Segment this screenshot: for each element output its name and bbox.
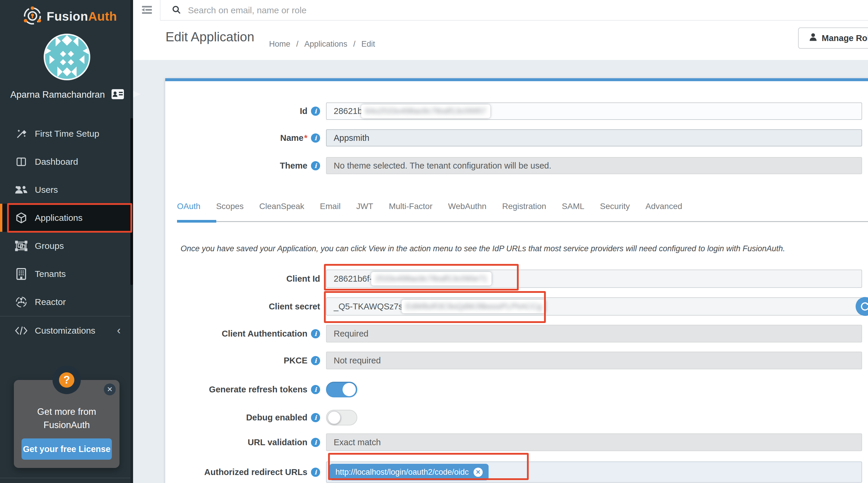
sidebar-item-dashboard[interactable]: Dashboard — [0, 148, 133, 176]
id-field[interactable]: 28621b 64o2533o498ao9c78odf13c09957 — [326, 103, 862, 120]
redirect-url-chip: http://localhost/login/oauth2/code/oidc … — [330, 464, 489, 480]
topbar — [133, 0, 868, 21]
sidebar-item-first-time-setup[interactable]: First Time Setup — [0, 119, 133, 148]
collapse-menu-icon[interactable] — [141, 5, 153, 16]
promo-card: ? ✕ Get more from FusionAuth Get your fr… — [14, 380, 120, 468]
sidebar-scrollbar-thumb[interactable] — [130, 118, 133, 285]
application-form-card: Idi 28621b 64o2533o498ao9c78odf13c09957 … — [165, 78, 868, 483]
breadcrumb-separator: / — [296, 39, 299, 49]
client-authentication-select: Required — [326, 325, 862, 342]
sidebar-item-applications[interactable]: Applications — [0, 204, 133, 232]
page-title: Edit Application — [165, 30, 254, 44]
info-icon[interactable]: i — [311, 329, 320, 338]
users-icon — [15, 184, 28, 195]
sidebar-item-label: Users — [35, 185, 58, 195]
info-icon[interactable]: i — [311, 438, 320, 447]
sidebar-item-reactor[interactable]: Reactor — [0, 288, 133, 316]
info-icon[interactable]: i — [311, 413, 320, 422]
redaction-overlay: EdW8oR3C9oQdWJ9boooPLPhACCg — [402, 300, 546, 313]
search-input[interactable] — [188, 5, 454, 16]
columns-icon — [15, 156, 28, 167]
sidebar-item-label: First Time Setup — [35, 129, 99, 139]
authorized-redirect-urls-field[interactable]: http://localhost/login/oauth2/code/oidc … — [326, 461, 862, 483]
debug-enabled-label: Debug enabledi — [165, 410, 320, 425]
sidebar-nav: First Time Setup Dashboard Users — [0, 119, 133, 344]
close-icon: ✕ — [107, 385, 113, 394]
client-secret-label: Client secret — [165, 297, 320, 316]
topbar-separator — [160, 0, 160, 21]
required-mark: * — [304, 133, 307, 143]
pkce-label: PKCEi — [165, 351, 320, 369]
chevron-left-icon[interactable]: ‹ — [117, 326, 121, 335]
object-group-icon — [15, 240, 28, 252]
page-header: Edit Application Home / Applications / E… — [133, 21, 868, 60]
tab-scopes[interactable]: Scopes — [216, 202, 243, 211]
sidebar-item-label: Tenants — [35, 269, 66, 279]
logo-wordmark: FusionAuth — [46, 9, 117, 24]
tab-email[interactable]: Email — [320, 202, 340, 211]
manage-roles-button[interactable]: Manage Roles — [798, 27, 868, 49]
code-icon — [15, 325, 28, 336]
info-icon[interactable]: i — [311, 134, 320, 143]
sidebar-item-customizations[interactable]: Customizations ‹ — [0, 316, 133, 344]
generate-refresh-tokens-label: Generate refresh tokensi — [165, 382, 320, 397]
promo-title: Get more from FusionAuth — [14, 405, 120, 432]
info-icon[interactable]: i — [311, 161, 320, 170]
breadcrumb-applications[interactable]: Applications — [305, 39, 347, 49]
sidebar: FusionAuth Aparna Ramacha — [0, 0, 133, 483]
theme-label: Themei — [165, 157, 320, 174]
url-validation-select: Exact match — [326, 433, 862, 451]
tab-registration[interactable]: Registration — [502, 202, 546, 211]
sidebar-item-users[interactable]: Users — [0, 176, 133, 204]
breadcrumb-edit: Edit — [362, 39, 375, 49]
debug-enabled-toggle[interactable] — [326, 410, 357, 425]
info-icon[interactable]: i — [311, 385, 320, 394]
building-icon — [15, 268, 28, 280]
tab-oauth[interactable]: OAuth — [177, 202, 200, 211]
sidebar-item-label: Customizations — [35, 325, 95, 336]
cube-icon — [15, 212, 28, 224]
tab-security[interactable]: Security — [600, 202, 630, 211]
avatar[interactable] — [44, 34, 90, 80]
question-icon: ? — [59, 372, 74, 388]
fusionauth-logo[interactable]: FusionAuth — [23, 6, 117, 27]
url-validation-label: URL validationi — [165, 433, 320, 451]
user-name: Aparna Ramachandran — [10, 89, 105, 100]
info-icon[interactable]: i — [311, 356, 320, 365]
search-icon — [172, 5, 181, 16]
sidebar-item-tenants[interactable]: Tenants — [0, 260, 133, 288]
redaction-overlay: 64o2533o498ao9c78odf13c09957 — [361, 105, 490, 118]
remove-chip-icon[interactable]: ✕ — [473, 467, 483, 477]
id-card-icon[interactable] — [112, 89, 124, 101]
sidebar-item-groups[interactable]: Groups — [0, 232, 133, 260]
client-authentication-label: Client Authenticationi — [165, 325, 320, 342]
redaction-overlay: 2533o498ao9c78odf13c090e71 — [371, 272, 492, 285]
info-icon[interactable]: i — [311, 107, 320, 116]
tabs-underline — [177, 221, 868, 222]
theme-field: No theme selected. The tenant configurat… — [326, 157, 862, 174]
get-free-license-button[interactable]: Get your free License — [22, 438, 112, 460]
magic-wand-icon — [15, 128, 28, 140]
info-icon[interactable]: i — [311, 467, 320, 477]
active-tab-indicator — [177, 220, 216, 223]
tab-advanced[interactable]: Advanced — [646, 202, 682, 211]
client-secret-field[interactable]: _Q5-TKAWQSz7s EdW8oR3C9oQdWJ9boooPLPhACC… — [326, 297, 862, 316]
tab-cleanspeak[interactable]: CleanSpeak — [259, 202, 305, 211]
application-tabs: OAuth Scopes CleanSpeak Email JWT Multi-… — [177, 202, 682, 211]
promo-close-button[interactable]: ✕ — [104, 383, 116, 395]
breadcrumb-home[interactable]: Home — [269, 39, 290, 49]
authorized-redirect-urls-label: Authorized redirect URLsi — [165, 461, 320, 483]
user-row: Aparna Ramachandran — [10, 89, 127, 101]
tab-saml[interactable]: SAML — [562, 202, 584, 211]
tab-webauthn[interactable]: WebAuthn — [448, 202, 487, 211]
sidebar-item-label: Groups — [35, 241, 64, 251]
generate-refresh-tokens-toggle[interactable] — [326, 382, 357, 397]
client-id-field[interactable]: 28621b6f- 2533o498ao9c78odf13c090e71 — [326, 269, 862, 288]
tab-multi-factor[interactable]: Multi-Factor — [389, 202, 433, 211]
person-icon — [809, 33, 817, 44]
sidebar-item-label: Applications — [35, 213, 83, 223]
tab-jwt[interactable]: JWT — [356, 202, 373, 211]
name-field[interactable]: Appsmith — [326, 129, 862, 146]
help-badge: ? — [53, 366, 81, 394]
name-label: Name* i — [165, 129, 320, 146]
